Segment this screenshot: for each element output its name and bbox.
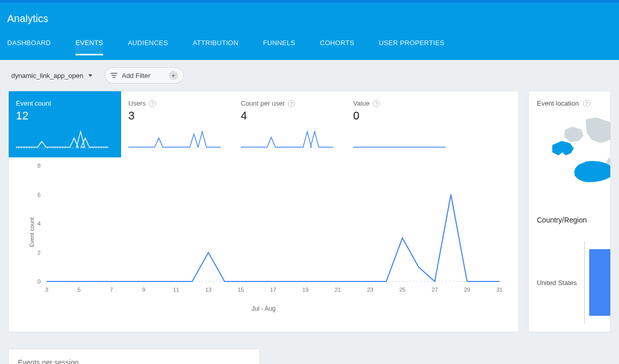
metric-count-per-user-label: Count per user bbox=[241, 99, 285, 107]
svg-text:15: 15 bbox=[238, 287, 244, 293]
metric-event-count-spark bbox=[16, 129, 114, 152]
help-icon[interactable]: ? bbox=[288, 100, 295, 107]
add-filter-button[interactable]: Add Filter + bbox=[105, 67, 184, 84]
metric-users-spark bbox=[128, 129, 226, 152]
svg-text:3: 3 bbox=[45, 287, 48, 293]
tab-dashboard[interactable]: DASHBOARD bbox=[7, 39, 51, 55]
events-per-session-title: Events per session bbox=[18, 358, 79, 364]
metric-users-label: Users bbox=[128, 99, 146, 107]
svg-text:25: 25 bbox=[399, 287, 405, 293]
tab-attribution[interactable]: ATTRIBUTION bbox=[192, 39, 238, 55]
country-bar bbox=[589, 249, 611, 316]
page-title: Analytics bbox=[7, 13, 612, 25]
svg-text:31: 31 bbox=[496, 287, 502, 293]
tab-funnels[interactable]: FUNNELS bbox=[263, 39, 295, 55]
chart-y-axis-label: Event count bbox=[29, 217, 35, 247]
country-row: United States bbox=[537, 241, 610, 323]
chart-x-axis-label: Jul - Aug bbox=[18, 305, 509, 312]
world-map bbox=[537, 116, 610, 204]
svg-text:13: 13 bbox=[205, 287, 211, 293]
metric-users[interactable]: Users ? 3 bbox=[121, 91, 234, 157]
plus-icon: + bbox=[169, 71, 178, 80]
tab-user-properties[interactable]: USER PROPERTIES bbox=[379, 39, 444, 55]
tab-cohorts[interactable]: COHORTS bbox=[320, 39, 354, 55]
metric-event-count[interactable]: Event count 12 bbox=[9, 91, 121, 157]
event-location-card: Event location ? Country/Region United S… bbox=[528, 91, 611, 332]
header: Analytics DASHBOARD EVENTS AUDIENCES ATT… bbox=[0, 3, 619, 60]
metric-value[interactable]: Value ? 0 bbox=[346, 91, 458, 157]
tab-audiences[interactable]: AUDIENCES bbox=[128, 39, 168, 55]
help-icon[interactable]: ? bbox=[583, 100, 590, 107]
help-icon[interactable]: ? bbox=[149, 100, 156, 107]
chevron-down-icon bbox=[88, 74, 92, 77]
svg-text:21: 21 bbox=[335, 287, 341, 293]
events-per-session-card: Events per session bbox=[8, 349, 260, 364]
event-select-dropdown[interactable]: dynamic_link_app_open bbox=[8, 70, 95, 82]
metric-count-per-user-spark bbox=[241, 129, 339, 152]
controls-row: dynamic_link_app_open Add Filter + bbox=[0, 60, 619, 91]
svg-text:6: 6 bbox=[37, 192, 41, 198]
svg-text:5: 5 bbox=[78, 287, 81, 293]
event-location-title: Event location bbox=[537, 99, 579, 107]
metric-value-spark bbox=[353, 129, 451, 152]
metric-count-per-user[interactable]: Count per user ? 4 bbox=[234, 91, 346, 157]
svg-text:7: 7 bbox=[110, 287, 113, 293]
divider bbox=[584, 241, 585, 323]
svg-text:0: 0 bbox=[37, 278, 41, 285]
event-detail-card: Event count 12 Users ? 3 Count per user bbox=[8, 91, 519, 332]
svg-text:8: 8 bbox=[37, 163, 41, 169]
metric-row: Event count 12 Users ? 3 Count per user bbox=[9, 91, 518, 157]
filter-icon bbox=[110, 72, 118, 78]
svg-text:9: 9 bbox=[142, 287, 145, 293]
tab-events[interactable]: EVENTS bbox=[75, 39, 103, 55]
svg-text:19: 19 bbox=[302, 287, 308, 293]
country-label: United States bbox=[537, 279, 580, 287]
metric-value-value: 0 bbox=[353, 109, 451, 123]
svg-text:29: 29 bbox=[464, 287, 470, 293]
tabs: DASHBOARD EVENTS AUDIENCES ATTRIBUTION F… bbox=[7, 39, 612, 55]
country-region-heading: Country/Region bbox=[537, 216, 610, 224]
svg-text:23: 23 bbox=[367, 287, 373, 293]
metric-event-count-label: Event count bbox=[16, 99, 114, 107]
main-chart: Event count 0246835791113151719212325272… bbox=[9, 157, 518, 319]
svg-text:11: 11 bbox=[173, 287, 179, 293]
metric-event-count-value: 12 bbox=[16, 109, 114, 123]
svg-text:27: 27 bbox=[432, 287, 438, 293]
help-icon[interactable]: ? bbox=[373, 100, 380, 107]
metric-count-per-user-value: 4 bbox=[241, 109, 339, 123]
metric-users-value: 3 bbox=[128, 109, 226, 123]
svg-text:17: 17 bbox=[270, 287, 276, 293]
metric-value-label: Value bbox=[353, 99, 370, 107]
svg-text:4: 4 bbox=[37, 220, 41, 227]
svg-text:2: 2 bbox=[37, 250, 41, 256]
event-select-label: dynamic_link_app_open bbox=[11, 72, 83, 79]
add-filter-label: Add Filter bbox=[122, 72, 150, 79]
